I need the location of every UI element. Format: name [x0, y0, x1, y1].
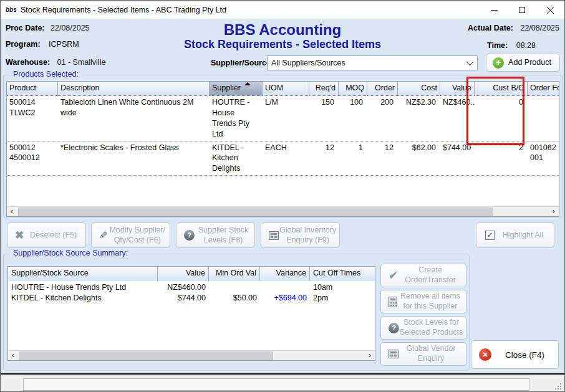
- cell-order: 200: [367, 96, 398, 141]
- supplier-stock-levels-button[interactable]: ? Supplier Stock Levels (F8): [176, 222, 255, 248]
- question-icon: ?: [389, 323, 399, 333]
- summary-row-1[interactable]: HOUTRE - House Trends Pty Ltd NZ$460.00 …: [8, 282, 375, 293]
- actual-date-label: Actual Date:: [468, 24, 513, 32]
- column-header-cost[interactable]: Cost: [398, 82, 440, 96]
- time: Time: 08:28: [487, 41, 536, 50]
- column-header-min-ord-val[interactable]: Min Ord Val: [209, 267, 260, 281]
- remove-all-items-button[interactable]: Remove all items for this Supplier: [380, 290, 466, 313]
- cell-variance: [260, 282, 310, 293]
- cell-supplier-source: HOUTRE - House Trends Pty Ltd: [8, 282, 158, 293]
- close-f4-label: Close (F4): [491, 350, 558, 360]
- cell-uom: EACH: [263, 141, 309, 176]
- app-window: bbs Stock Requirements - Selected Items …: [0, 0, 565, 392]
- cell-supplier-source: KITDEL - Kitchen Delights: [8, 293, 158, 304]
- global-inventory-enquiry-button[interactable]: Global Inventory Enquiry (F9): [261, 222, 340, 248]
- cell-supplier: HOUTRE - House Trends Pty Ltd: [210, 96, 263, 141]
- cell-order: 12: [367, 141, 398, 176]
- summary-scrollbar-thumb[interactable]: [19, 351, 273, 360]
- cell-variance: +$694.00: [260, 293, 310, 304]
- remove-all-items-label: Remove all items for this Supplier: [397, 292, 463, 311]
- global-vendor-enquiry-label: Global Vendor Enquiry: [398, 344, 463, 363]
- deselect-button[interactable]: ✖ Deselect (F5): [7, 222, 86, 248]
- cell-min-ord-val: $50.00: [209, 293, 260, 304]
- question-icon: ?: [184, 230, 195, 241]
- resize-grip[interactable]: [555, 383, 561, 390]
- warehouse-label: Warehouse:: [6, 58, 50, 67]
- column-header-reqd[interactable]: Req'd: [309, 82, 339, 96]
- column-header-supplier[interactable]: Supplier: [210, 82, 263, 96]
- scroll-left-icon[interactable]: ‹: [7, 207, 17, 217]
- column-header-product[interactable]: Product: [7, 82, 58, 96]
- column-header-variance[interactable]: Variance: [260, 267, 310, 281]
- create-order-transfer-label: Create Order/Transfer: [397, 265, 463, 285]
- summary-legend: Supplier/Stock Source Summary:: [10, 249, 131, 257]
- cell-moq: 100: [339, 96, 367, 141]
- scroll-left-icon[interactable]: ‹: [8, 351, 18, 361]
- warehouse: Warehouse: 01 - Smallville: [6, 58, 105, 67]
- sort-ascending-icon: [244, 82, 251, 85]
- deselect-x-icon: ✖: [15, 229, 24, 242]
- column-header-supplier-stock-source[interactable]: Supplier/Stock Source: [8, 267, 158, 281]
- cell-cost: $62.00: [398, 141, 440, 176]
- app-logo-icon: bbs: [6, 4, 18, 16]
- column-header-supplier-label: Supplier: [212, 84, 241, 92]
- products-scrollbar-thumb[interactable]: [18, 208, 493, 216]
- column-header-uom[interactable]: UOM: [263, 82, 309, 96]
- deselect-label: Deselect (F5): [24, 231, 83, 241]
- cell-value: $744.00: [158, 293, 209, 304]
- highlight-all-button[interactable]: ✓ Highlight All: [476, 222, 554, 248]
- supplier-source-dropdown[interactable]: All Suppliers/Sources: [267, 55, 478, 70]
- close-icon: [547, 6, 554, 14]
- column-header-value[interactable]: Value: [440, 82, 475, 96]
- modify-supplier-button[interactable]: ✎ Modify Supplier/ Qty/Cost (F6): [91, 222, 170, 248]
- column-header-order-for[interactable]: Order For: [528, 82, 559, 96]
- summary-horizontal-scrollbar[interactable]: ‹ ›: [8, 350, 375, 360]
- double-check-icon: ✔: [389, 269, 397, 282]
- cell-cust-bo: 2: [475, 141, 528, 176]
- stock-levels-selected-button[interactable]: ? Stock Levels for Selected Products: [380, 316, 466, 340]
- cell-uom: L/M: [263, 96, 309, 141]
- cell-cut-off-times: 2pm: [310, 293, 375, 304]
- inventory-terminal-icon: [269, 231, 279, 240]
- calculator-icon: [389, 297, 397, 307]
- column-header-moq[interactable]: MOQ: [339, 82, 367, 96]
- column-header-description[interactable]: Description: [58, 82, 210, 96]
- summary-table: Supplier/Stock Source Value Min Ord Val …: [7, 266, 375, 361]
- close-f4-button[interactable]: ✕ Close (F4): [471, 340, 559, 369]
- summary-row-2[interactable]: KITDEL - Kitchen Delights $744.00 $50.00…: [8, 293, 375, 304]
- close-window-button[interactable]: [536, 1, 564, 19]
- products-grid: Product Description Supplier UOM Req'd M…: [6, 81, 559, 217]
- global-vendor-enquiry-button[interactable]: Global Vendor Enquiry: [380, 342, 466, 366]
- add-product-button[interactable]: + Add Product: [486, 54, 560, 72]
- pencil-icon: ✎: [99, 229, 107, 241]
- cell-min-ord-val: [209, 282, 260, 293]
- product-row-1[interactable]: 500014 TLWC2 Tablecloth Linen White Cont…: [7, 96, 559, 141]
- column-header-value[interactable]: Value: [158, 267, 209, 281]
- scroll-right-icon[interactable]: ›: [549, 207, 559, 217]
- stock-levels-selected-label: Stock Levels for Selected Products: [399, 318, 463, 337]
- cell-cust-bo: 0: [475, 96, 528, 141]
- product-row-2[interactable]: 500012 4500012 *Electronic Scales - Fros…: [7, 141, 559, 176]
- global-inventory-enquiry-label: Global Inventory Enquiry (F9): [279, 226, 337, 245]
- screen-title: Stock Requirements - Selected Items: [1, 38, 564, 51]
- column-header-cust-bo[interactable]: Cust B/O: [475, 82, 528, 96]
- products-horizontal-scrollbar[interactable]: ‹ ›: [7, 206, 559, 216]
- window-controls: [480, 1, 564, 19]
- summary-table-header: Supplier/Stock Source Value Min Ord Val …: [8, 267, 375, 281]
- add-product-label: Add Product: [504, 58, 556, 68]
- highlight-all-label: Highlight All: [495, 231, 551, 241]
- actual-date-value: 22/08/2025: [520, 24, 559, 32]
- time-value: 08:28: [516, 41, 536, 50]
- plus-icon: +: [493, 57, 504, 69]
- supplier-stock-levels-label: Supplier Stock Levels (F8): [195, 226, 252, 245]
- minimize-button[interactable]: [480, 1, 508, 19]
- cell-product: 500012 4500012: [7, 141, 58, 176]
- cell-reqd: 150: [309, 96, 339, 141]
- column-header-order[interactable]: Order: [367, 82, 398, 96]
- scroll-right-icon[interactable]: ›: [365, 351, 375, 361]
- maximize-button[interactable]: [508, 1, 536, 19]
- create-order-transfer-button[interactable]: ✔ Create Order/Transfer: [380, 264, 466, 287]
- products-selected-group: Products Selected: Product Description S…: [3, 75, 563, 218]
- products-selected-legend: Products Selected:: [10, 70, 82, 79]
- column-header-cut-off-times[interactable]: Cut Off Times: [310, 267, 375, 281]
